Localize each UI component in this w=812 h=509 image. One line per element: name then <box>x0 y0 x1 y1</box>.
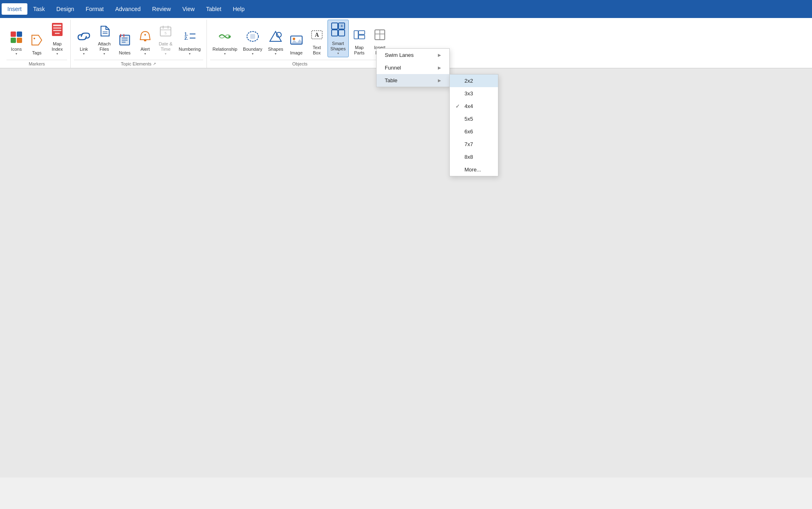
submenu-item-8x8[interactable]: 8x8 <box>450 151 498 163</box>
svg-rect-45 <box>359 35 365 39</box>
svg-rect-39 <box>332 30 338 36</box>
btn-map-parts[interactable]: MapParts <box>350 27 369 57</box>
btn-tags-label: Tags <box>32 50 41 56</box>
submenu-item-3x3[interactable]: 3x3 <box>450 87 498 100</box>
group-topic-elements: Link ▾ AttachFiles <box>71 20 207 68</box>
6x6-label: 6x6 <box>464 128 473 135</box>
btn-boundary[interactable]: Boundary ▾ <box>240 28 265 57</box>
swim-lanes-arrow: ▶ <box>438 53 441 57</box>
menu-insert[interactable]: Insert <box>2 3 27 15</box>
insert-map-icon <box>373 28 386 44</box>
btn-relationship[interactable]: Relationship ▾ <box>210 28 240 57</box>
submenu-item-6x6[interactable]: 6x6 <box>450 125 498 138</box>
menu-format[interactable]: Format <box>80 3 109 15</box>
image-icon <box>290 34 303 50</box>
boundary-icon <box>246 30 259 46</box>
submenu-item-2x2[interactable]: 2x2 <box>450 74 498 87</box>
svg-rect-3 <box>17 38 22 43</box>
btn-map-parts-label: MapParts <box>354 45 365 56</box>
svg-rect-2 <box>11 38 16 43</box>
svg-rect-44 <box>359 31 365 34</box>
group-markers-label: Markers <box>29 61 45 66</box>
tags-icon <box>30 34 43 50</box>
relationship-icon <box>218 30 232 46</box>
btn-smart-shapes-label: SmartShapes <box>330 41 345 52</box>
svg-rect-1 <box>17 32 22 37</box>
swim-lanes-label: Swim Lanes <box>385 52 414 58</box>
btn-link[interactable]: Link ▾ <box>74 28 94 57</box>
icons-icon <box>10 30 23 46</box>
menu-review[interactable]: Review <box>146 3 177 15</box>
btn-date-time-label: Date &Time <box>159 41 173 52</box>
map-index-icon <box>51 22 64 41</box>
alert-icon <box>139 30 152 46</box>
btn-image[interactable]: Image <box>287 28 306 57</box>
link-icon <box>77 30 90 46</box>
svg-rect-17 <box>144 40 146 41</box>
4x4-check: ✓ <box>455 103 462 109</box>
numbering-dropdown-arrow: ▾ <box>189 52 191 56</box>
btn-notes-label: Notes <box>119 50 131 56</box>
svg-rect-0 <box>11 32 16 37</box>
btn-icons[interactable]: Icons ▾ <box>7 28 26 57</box>
shapes-dropdown-arrow: ▾ <box>275 52 276 56</box>
svg-text:5: 5 <box>164 31 166 35</box>
svg-rect-9 <box>55 33 60 34</box>
btn-notes[interactable]: Notes <box>115 28 135 57</box>
numbering-icon: 1. 2. <box>183 30 196 46</box>
btn-numbering[interactable]: 1. 2. Numbering ▾ <box>176 28 203 57</box>
btn-attach-files-label: AttachFiles <box>98 41 110 52</box>
icons-dropdown-arrow: ▾ <box>16 52 17 56</box>
group-topic-elements-label: Topic Elements <box>121 61 152 66</box>
group-objects-label: Objects <box>292 61 307 66</box>
btn-text-box[interactable]: A TextBox <box>307 27 327 57</box>
btn-map-index[interactable]: MapIndex ▾ <box>47 20 67 57</box>
btn-text-box-label: TextBox <box>313 45 321 56</box>
svg-text:+: + <box>341 24 343 28</box>
3x3-label: 3x3 <box>464 90 473 97</box>
btn-date-time[interactable]: 5 Date &Time ▾ <box>156 23 175 57</box>
smart-shapes-dropdown: Swim Lanes ▶ Funnel ▶ Table ▶ 2x2 <box>376 48 450 87</box>
btn-alert[interactable]: Alert ▾ <box>135 28 155 57</box>
btn-tags[interactable]: Tags <box>27 28 47 57</box>
btn-numbering-label: Numbering <box>179 47 201 52</box>
menu-item-swim-lanes[interactable]: Swim Lanes ▶ <box>377 49 449 61</box>
7x7-label: 7x7 <box>464 141 473 147</box>
funnel-label: Funnel <box>385 65 401 71</box>
2x2-label: 2x2 <box>464 78 473 84</box>
menu-task[interactable]: Task <box>27 3 51 15</box>
svg-rect-43 <box>354 31 358 39</box>
shapes-icon <box>269 30 282 46</box>
btn-attach-files[interactable]: AttachFiles ▾ <box>94 23 114 57</box>
menu-tablet[interactable]: Tablet <box>200 3 227 15</box>
submenu-item-4x4[interactable]: ✓ 4x4 <box>450 100 498 113</box>
menu-item-funnel[interactable]: Funnel ▶ <box>377 61 449 74</box>
date-time-dropdown-arrow: ▾ <box>165 52 166 56</box>
svg-marker-31 <box>270 32 281 41</box>
smart-shapes-dropdown-arrow: ▾ <box>337 52 339 55</box>
link-dropdown-arrow: ▾ <box>83 52 85 56</box>
table-submenu: 2x2 3x3 ✓ 4x4 5x5 <box>449 74 498 176</box>
menu-view[interactable]: View <box>177 3 200 15</box>
menu-design[interactable]: Design <box>51 3 80 15</box>
submenu-item-more[interactable]: More... <box>450 163 498 176</box>
submenu-item-7x7[interactable]: 7x7 <box>450 138 498 151</box>
topic-elements-expand-icon[interactable]: ↗ <box>153 62 156 66</box>
svg-rect-7 <box>53 27 61 29</box>
btn-shapes[interactable]: Shapes ▾ <box>265 28 285 57</box>
submenu-item-5x5[interactable]: 5x5 <box>450 113 498 125</box>
8x8-label: 8x8 <box>464 154 473 160</box>
table-arrow: ▶ <box>438 78 441 83</box>
menu-help[interactable]: Help <box>227 3 250 15</box>
funnel-arrow: ▶ <box>438 65 441 70</box>
4x4-label: 4x4 <box>464 103 473 109</box>
btn-icons-label: Icons <box>11 47 22 52</box>
svg-text:2.: 2. <box>184 36 188 41</box>
menu-advanced[interactable]: Advanced <box>110 3 146 15</box>
btn-relationship-label: Relationship <box>213 47 238 52</box>
notes-icon <box>118 34 131 50</box>
more-label: More... <box>464 167 481 173</box>
btn-smart-shapes[interactable]: + SmartShapes ▾ <box>327 20 349 57</box>
menu-item-table[interactable]: Table ▶ 2x2 3x3 ✓ 4x4 <box>377 74 449 87</box>
svg-point-34 <box>293 38 295 40</box>
